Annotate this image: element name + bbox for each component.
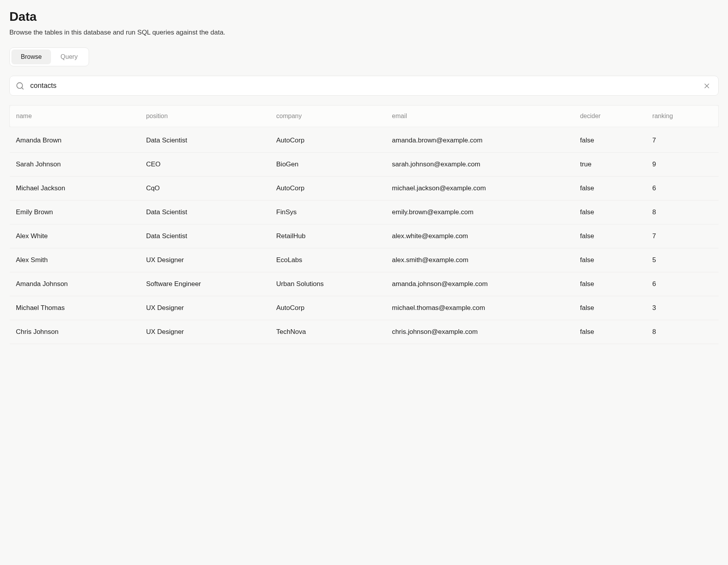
column-header-decider[interactable]: decider: [574, 106, 646, 127]
search-wrapper: [9, 76, 719, 96]
table-row[interactable]: Amanda JohnsonSoftware EngineerUrban Sol…: [10, 272, 719, 296]
cell-name: Michael Thomas: [10, 296, 140, 320]
cell-company: FinSys: [270, 200, 386, 224]
cell-position: UX Designer: [140, 296, 270, 320]
table-row[interactable]: Michael JacksonCqOAutoCorpmichael.jackso…: [10, 177, 719, 200]
cell-name: Amanda Johnson: [10, 272, 140, 296]
cell-name: Chris Johnson: [10, 320, 140, 344]
column-header-name[interactable]: name: [10, 106, 140, 127]
table-row[interactable]: Amanda BrownData ScientistAutoCorpamanda…: [10, 127, 719, 153]
cell-name: Sarah Johnson: [10, 153, 140, 177]
cell-position: UX Designer: [140, 320, 270, 344]
tab-query[interactable]: Query: [51, 49, 87, 64]
table-container: name position company email decider rank…: [9, 105, 719, 344]
cell-email: amanda.johnson@example.com: [386, 272, 573, 296]
page-title: Data: [9, 9, 719, 24]
cell-position: Data Scientist: [140, 224, 270, 248]
column-header-company[interactable]: company: [270, 106, 386, 127]
table-row[interactable]: Alex WhiteData ScientistRetailHubalex.wh…: [10, 224, 719, 248]
cell-company: RetailHub: [270, 224, 386, 248]
cell-company: AutoCorp: [270, 127, 386, 153]
cell-position: Software Engineer: [140, 272, 270, 296]
cell-decider: false: [574, 248, 646, 272]
cell-ranking: 9: [646, 153, 718, 177]
table-row[interactable]: Alex SmithUX DesignerEcoLabsalex.smith@e…: [10, 248, 719, 272]
cell-name: Michael Jackson: [10, 177, 140, 200]
cell-position: CEO: [140, 153, 270, 177]
cell-position: UX Designer: [140, 248, 270, 272]
cell-email: amanda.brown@example.com: [386, 127, 573, 153]
cell-decider: false: [574, 320, 646, 344]
cell-company: BioGen: [270, 153, 386, 177]
cell-position: Data Scientist: [140, 127, 270, 153]
table-row[interactable]: Emily BrownData ScientistFinSysemily.bro…: [10, 200, 719, 224]
tab-group: Browse Query: [9, 47, 89, 66]
table-header-row: name position company email decider rank…: [10, 106, 719, 127]
cell-name: Amanda Brown: [10, 127, 140, 153]
cell-company: Urban Solutions: [270, 272, 386, 296]
search-icon: [16, 82, 24, 90]
cell-ranking: 6: [646, 177, 718, 200]
cell-name: Alex Smith: [10, 248, 140, 272]
cell-position: CqO: [140, 177, 270, 200]
cell-ranking: 7: [646, 224, 718, 248]
cell-email: alex.white@example.com: [386, 224, 573, 248]
cell-ranking: 3: [646, 296, 718, 320]
column-header-ranking[interactable]: ranking: [646, 106, 718, 127]
cell-decider: false: [574, 177, 646, 200]
cell-email: michael.thomas@example.com: [386, 296, 573, 320]
cell-email: sarah.johnson@example.com: [386, 153, 573, 177]
column-header-email[interactable]: email: [386, 106, 573, 127]
cell-ranking: 6: [646, 272, 718, 296]
cell-decider: false: [574, 127, 646, 153]
cell-company: EcoLabs: [270, 248, 386, 272]
cell-ranking: 8: [646, 200, 718, 224]
cell-ranking: 7: [646, 127, 718, 153]
cell-email: emily.brown@example.com: [386, 200, 573, 224]
cell-position: Data Scientist: [140, 200, 270, 224]
cell-email: michael.jackson@example.com: [386, 177, 573, 200]
cell-decider: false: [574, 224, 646, 248]
cell-decider: true: [574, 153, 646, 177]
page-subtitle: Browse the tables in this database and r…: [9, 29, 719, 36]
cell-ranking: 8: [646, 320, 718, 344]
data-table: name position company email decider rank…: [9, 105, 719, 344]
cell-name: Alex White: [10, 224, 140, 248]
cell-decider: false: [574, 272, 646, 296]
column-header-position[interactable]: position: [140, 106, 270, 127]
table-row[interactable]: Chris JohnsonUX DesignerTechNovachris.jo…: [10, 320, 719, 344]
tab-browse[interactable]: Browse: [11, 49, 51, 64]
cell-name: Emily Brown: [10, 200, 140, 224]
svg-line-1: [22, 87, 23, 89]
cell-company: AutoCorp: [270, 177, 386, 200]
cell-company: AutoCorp: [270, 296, 386, 320]
clear-icon[interactable]: [701, 80, 712, 91]
cell-decider: false: [574, 200, 646, 224]
table-row[interactable]: Sarah JohnsonCEOBioGensarah.johnson@exam…: [10, 153, 719, 177]
search-input[interactable]: [9, 76, 719, 96]
cell-email: chris.johnson@example.com: [386, 320, 573, 344]
cell-ranking: 5: [646, 248, 718, 272]
cell-decider: false: [574, 296, 646, 320]
cell-email: alex.smith@example.com: [386, 248, 573, 272]
table-row[interactable]: Michael ThomasUX DesignerAutoCorpmichael…: [10, 296, 719, 320]
cell-company: TechNova: [270, 320, 386, 344]
